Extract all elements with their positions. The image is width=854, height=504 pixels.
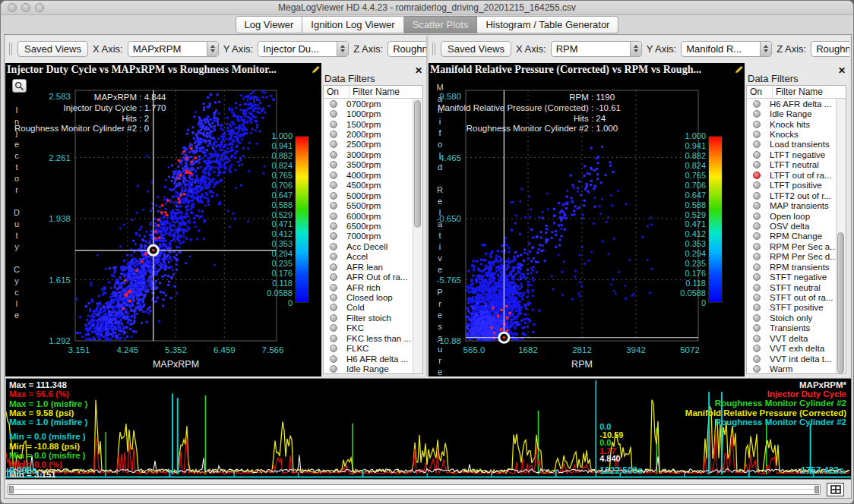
filter-led-icon[interactable] (753, 335, 761, 342)
filter-row[interactable]: AFR Out of ra... (324, 272, 413, 282)
minimize-window-icon[interactable] (21, 3, 30, 12)
filter-led-icon[interactable] (330, 304, 337, 311)
filter-row[interactable]: MAP transients (747, 200, 836, 210)
saved-views-button[interactable]: Saved Views (441, 41, 511, 57)
filter-led-icon[interactable] (330, 345, 337, 352)
filter-led-icon[interactable] (330, 355, 337, 363)
scrollbar-thumb[interactable] (414, 100, 421, 228)
filter-led-icon[interactable] (753, 263, 761, 271)
filter-led-icon[interactable] (753, 222, 761, 230)
filter-led-icon[interactable] (753, 131, 761, 138)
filter-led-icon[interactable] (330, 232, 337, 240)
filter-row[interactable]: 5500rpm (324, 200, 413, 210)
filter-row[interactable]: RPM transients (747, 262, 836, 272)
zoom-magnifier-button[interactable] (12, 79, 27, 93)
filter-led-icon[interactable] (330, 273, 337, 281)
filter-led-icon[interactable] (330, 324, 337, 332)
filter-row[interactable]: 6500rpm (324, 221, 413, 231)
filter-row[interactable]: 7000rpm (324, 232, 413, 241)
filter-row[interactable]: Filter stoich (324, 313, 413, 323)
stepper-icon[interactable] (630, 41, 641, 57)
filter-row[interactable]: Load transients (747, 140, 836, 150)
filter-row[interactable]: LTFT negative (747, 150, 836, 159)
filter-row[interactable]: 6000rpm (324, 211, 413, 221)
z-axis-select[interactable]: Roughness... (811, 41, 849, 57)
filter-row[interactable]: 4000rpm (324, 170, 413, 180)
filter-led-icon[interactable] (753, 324, 761, 332)
filter-row[interactable]: STFT positive (747, 303, 836, 313)
filter-row[interactable]: VVT exh delta (747, 344, 836, 354)
filter-row[interactable]: FLKC (324, 344, 413, 354)
filter-led-icon[interactable] (753, 161, 761, 169)
filter-led-icon[interactable] (753, 284, 761, 291)
y-axis-select[interactable]: Injector Du... (258, 41, 349, 57)
filter-led-icon[interactable] (330, 110, 337, 118)
filter-row[interactable]: Idle Range (324, 364, 413, 373)
filter-led-icon[interactable] (753, 121, 761, 128)
filter-led-icon[interactable] (330, 263, 337, 271)
filter-led-icon[interactable] (753, 172, 761, 179)
filter-row[interactable]: Accel (324, 252, 413, 262)
filter-row[interactable]: AFR rich (324, 282, 413, 292)
filter-row[interactable]: Cold (324, 303, 413, 313)
filter-row[interactable]: Transients (747, 323, 836, 333)
filter-row[interactable]: LTFT neutral (747, 160, 836, 170)
edit-pencil-icon[interactable] (311, 65, 321, 74)
close-window-icon[interactable] (8, 3, 17, 12)
filter-row[interactable]: STFT negative (747, 272, 836, 282)
scroll-handle-left[interactable] (9, 486, 14, 493)
filter-row[interactable]: FKC less than ... (324, 333, 413, 343)
scatter-plot-area[interactable]: M a n i f o l d R e l a t i v e P r e s … (429, 76, 745, 376)
filter-row[interactable]: 2000rpm (324, 129, 413, 139)
filter-row[interactable]: Open loop (747, 211, 836, 221)
filter-led-icon[interactable] (330, 202, 337, 209)
stepper-icon[interactable] (337, 41, 348, 57)
filters-scrollbar[interactable] (413, 99, 422, 373)
filter-led-icon[interactable] (330, 161, 337, 169)
filter-row[interactable]: Knocks (747, 129, 836, 139)
tab-histogram-table-generator[interactable]: Histogram / Table Generator (477, 16, 618, 33)
titlebar[interactable]: MegaLogViewer HD 4.4.23 - romraiderlog_d… (1, 1, 853, 15)
filter-led-icon[interactable] (753, 273, 761, 281)
filter-led-icon[interactable] (753, 243, 761, 250)
filter-led-icon[interactable] (330, 314, 337, 322)
filter-row[interactable]: AFR lean (324, 262, 413, 272)
filter-led-icon[interactable] (753, 355, 761, 363)
filter-row[interactable]: LTFT positive (747, 181, 836, 191)
filter-led-icon[interactable] (753, 140, 761, 148)
tab-scatter-plots[interactable]: Scatter Plots (404, 16, 478, 33)
filter-row[interactable]: 3000rpm (324, 150, 413, 159)
filter-led-icon[interactable] (753, 151, 761, 159)
filter-row[interactable]: Idle Range (747, 109, 836, 118)
filter-led-icon[interactable] (330, 151, 337, 159)
filter-row[interactable]: LTFT out of ra... (747, 170, 836, 180)
filter-led-icon[interactable] (330, 213, 337, 220)
filter-row[interactable]: H6 AFR delta ... (324, 354, 413, 364)
filter-led-icon[interactable] (330, 284, 337, 291)
filters-scrollbar[interactable] (836, 99, 846, 373)
stepper-icon[interactable] (760, 41, 771, 57)
filter-led-icon[interactable] (330, 140, 337, 148)
scatter-plot-area[interactable]: I n j e c t o r D u t y C y c l e MAPxRP… (5, 76, 321, 376)
stepper-icon[interactable] (207, 41, 218, 57)
filter-led-icon[interactable] (753, 213, 761, 220)
filter-row[interactable]: RPM Per Sec a... (747, 241, 836, 251)
scrollbar-thumb[interactable] (837, 232, 844, 373)
grid-view-button[interactable] (827, 483, 844, 496)
filter-row[interactable]: RPM Change (747, 232, 836, 241)
filter-row[interactable]: RPM Per Sec d... (747, 252, 836, 262)
filter-row[interactable]: VVT int delta t... (747, 354, 836, 364)
maximize-window-icon[interactable] (35, 3, 44, 12)
filter-row[interactable]: LTFT2 out of r... (747, 191, 836, 200)
filter-row[interactable]: 0700rpm (324, 99, 413, 109)
filter-led-icon[interactable] (330, 181, 337, 189)
filter-row[interactable]: 1500rpm (324, 119, 413, 129)
x-axis-select[interactable]: RPM (551, 41, 642, 57)
filter-led-icon[interactable] (330, 222, 337, 230)
filter-row[interactable]: 2500rpm (324, 140, 413, 150)
filter-row[interactable]: H6 AFR delta ... (747, 99, 836, 109)
filters-col-name[interactable]: Filter Name (773, 87, 846, 97)
filters-col-name[interactable]: Filter Name (350, 87, 422, 97)
filter-led-icon[interactable] (753, 232, 761, 240)
filter-led-icon[interactable] (330, 172, 337, 179)
